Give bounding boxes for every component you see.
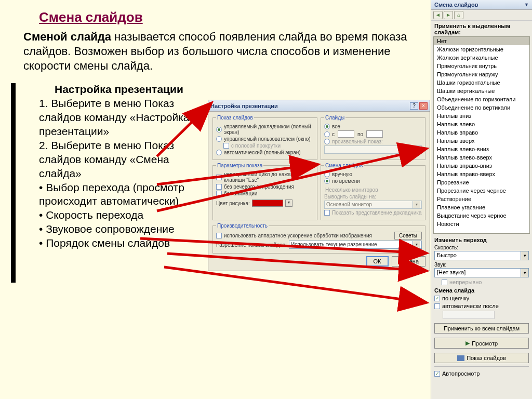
transition-item[interactable]: Наплыв вправо-вниз bbox=[434, 162, 529, 170]
transition-item[interactable]: Наплыв вниз bbox=[434, 112, 529, 120]
pane-header[interactable]: Смена слайдов▼ bbox=[431, 0, 532, 10]
transition-item[interactable]: Объединение по вертикали bbox=[434, 103, 529, 112]
transition-item[interactable]: Наплыв влево-вверх bbox=[434, 153, 529, 162]
monitor-select: Основной монитор▾ bbox=[324, 201, 422, 209]
transition-item[interactable]: Наплыв вверх bbox=[434, 137, 529, 145]
slideshow-icon bbox=[457, 355, 464, 361]
transition-item[interactable]: Нет bbox=[434, 37, 529, 45]
slideshow-button[interactable]: Показ слайдов bbox=[434, 353, 529, 363]
accent-bar bbox=[11, 83, 16, 283]
close-button[interactable]: × bbox=[419, 102, 428, 110]
advance-header: Смена слайда bbox=[434, 287, 529, 294]
show-params-group: Параметры показа непрерывный цикл до наж… bbox=[212, 163, 317, 220]
transition-item[interactable]: Жалюзи горизонтальные bbox=[434, 45, 529, 54]
transition-item[interactable]: Плавное угасание bbox=[434, 203, 529, 211]
radio-timed[interactable] bbox=[324, 178, 330, 184]
check-presenter-view bbox=[324, 210, 330, 216]
transition-list[interactable]: НетЖалюзи горизонтальныеЖалюзи вертикаль… bbox=[433, 36, 530, 234]
nav-home-icon[interactable]: ⌂ bbox=[454, 11, 463, 19]
transition-item[interactable]: Объединение по горизонтали bbox=[434, 95, 529, 103]
task-pane: Смена слайдов▼ ◄ ► ⌂ Применить к выделен… bbox=[431, 0, 532, 399]
transition-item[interactable]: Прямоугольник внутрь bbox=[434, 62, 529, 70]
sound-select[interactable]: [Нет звука]▾ bbox=[434, 268, 529, 277]
check-auto-after[interactable] bbox=[434, 303, 440, 309]
transition-item[interactable]: Выцветание через черное bbox=[434, 211, 529, 220]
transition-item[interactable]: Растворение bbox=[434, 195, 529, 203]
transition-item[interactable]: Шашки вертикальные bbox=[434, 87, 529, 95]
chevron-down-icon[interactable]: ▾ bbox=[521, 251, 528, 260]
transition-item[interactable]: Шашки горизонтальные bbox=[434, 78, 529, 87]
radio-all-slides[interactable] bbox=[324, 124, 330, 129]
dialog-titlebar[interactable]: Настройка презентации ? × bbox=[208, 100, 430, 112]
transition-item[interactable]: Наплыв вправо bbox=[434, 128, 529, 137]
transition-item[interactable]: Прорезание через черное bbox=[434, 187, 529, 195]
play-button[interactable]: ▶Просмотр bbox=[434, 338, 529, 349]
from-input[interactable] bbox=[338, 130, 354, 138]
advance-group: Смена слайдов вручную по времени Несколь… bbox=[321, 163, 425, 220]
check-loop-sound bbox=[442, 280, 447, 285]
apply-label: Применить к выделенным слайдам: bbox=[431, 21, 532, 36]
check-hw-accel[interactable] bbox=[216, 233, 222, 238]
instructions: Настройка презентации 1. Выберите в меню… bbox=[39, 83, 200, 250]
speed-select[interactable]: Быстро▾ bbox=[434, 251, 529, 260]
radio-presenter[interactable] bbox=[216, 127, 222, 132]
page-title: Смена слайдов bbox=[39, 9, 420, 25]
transition-item[interactable]: Наплыв вправо-вверх bbox=[434, 170, 529, 178]
custom-show-select: ▾ bbox=[324, 145, 422, 154]
check-no-animation[interactable] bbox=[216, 191, 222, 196]
check-on-click[interactable] bbox=[434, 296, 440, 301]
radio-user[interactable] bbox=[216, 136, 222, 142]
apply-all-button[interactable]: Применить ко всем слайдам bbox=[434, 323, 529, 334]
nav-fwd-icon[interactable]: ► bbox=[444, 11, 453, 19]
cancel-button[interactable]: Отмена bbox=[392, 256, 425, 267]
transition-item[interactable]: Прорезание bbox=[434, 178, 529, 187]
slides-range-group: Слайды все спо произвольный показ: ▾ bbox=[321, 115, 425, 160]
to-input[interactable] bbox=[366, 130, 383, 138]
slide-content: Смена слайдов Сменой слайда называется с… bbox=[0, 0, 431, 399]
transition-item[interactable]: Жалюзи вертикальные bbox=[434, 54, 529, 62]
performance-group: Производительность использовать аппаратн… bbox=[212, 223, 425, 254]
help-button[interactable]: ? bbox=[410, 102, 418, 110]
ok-button[interactable]: ОК bbox=[366, 256, 389, 267]
radio-auto[interactable] bbox=[216, 150, 222, 155]
svg-line-6 bbox=[164, 267, 424, 302]
radio-manual[interactable] bbox=[324, 171, 330, 177]
check-no-narration[interactable] bbox=[216, 184, 222, 190]
transition-item[interactable]: Новости bbox=[434, 220, 529, 228]
color-dropdown-icon[interactable]: ▾ bbox=[285, 200, 292, 207]
radio-range[interactable] bbox=[324, 131, 330, 137]
check-loop[interactable] bbox=[216, 175, 222, 180]
nav-back-icon[interactable]: ◄ bbox=[433, 11, 443, 19]
dropdown-icon[interactable]: ▼ bbox=[524, 2, 529, 7]
auto-time-input[interactable] bbox=[443, 311, 495, 319]
settings-dialog: Настройка презентации ? × Показ слайдов … bbox=[208, 100, 430, 271]
modify-header: Изменить переход bbox=[434, 237, 529, 243]
transition-item[interactable]: Наплыв влево bbox=[434, 120, 529, 128]
chevron-down-icon[interactable]: ▾ bbox=[521, 269, 528, 277]
description: Сменой слайда называется способ появлени… bbox=[23, 30, 420, 73]
check-autopreview[interactable] bbox=[434, 371, 440, 377]
check-scrollbar bbox=[223, 143, 229, 149]
transition-item[interactable]: Прямоугольник наружу bbox=[434, 70, 529, 78]
pane-nav: ◄ ► ⌂ bbox=[431, 10, 532, 21]
transition-item[interactable]: Наплыв влево-вниз bbox=[434, 145, 529, 153]
radio-custom bbox=[324, 139, 330, 144]
pen-color-swatch[interactable] bbox=[252, 200, 283, 207]
show-type-group: Показ слайдов управляемый докладчиком (п… bbox=[212, 115, 317, 160]
tips-button[interactable]: Советы bbox=[394, 232, 422, 240]
resolution-select[interactable]: Использовать текущее разрешение▾ bbox=[289, 241, 422, 249]
